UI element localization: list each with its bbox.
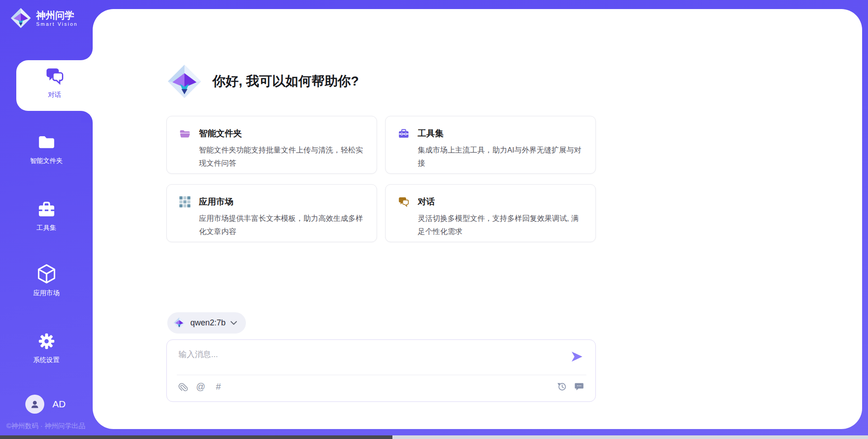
tab-curve-bottom: [81, 111, 93, 123]
card-toolset[interactable]: 工具集 集成市场上主流工具，助力AI与外界无缝扩展与对接: [385, 116, 596, 174]
card-title: 智能文件夹: [199, 128, 242, 139]
sidebar-item-label: 系统设置: [33, 356, 60, 364]
sidebar-item-toolset[interactable]: 工具集: [0, 198, 93, 232]
chat-icon: [45, 65, 65, 87]
message-input[interactable]: [178, 348, 564, 372]
card-description: 智能文件夹功能支持批量文件上传与清洗，轻松实现文件问答: [199, 143, 367, 170]
card-chat[interactable]: 对话 灵活切换多模型文件，支持多样回复效果调试, 满足个性化需求: [385, 184, 596, 242]
app-window: 神州问学 Smart Vision 对话 智能文件夹 工具集 应用市场 系: [0, 0, 868, 439]
model-selector[interactable]: qwen2:7b: [167, 312, 246, 334]
topic-button[interactable]: #: [213, 381, 224, 392]
mention-button[interactable]: @: [195, 381, 206, 392]
card-smart-folder[interactable]: 智能文件夹 智能文件夹功能支持批量文件上传与清洗，轻松实现文件问答: [166, 116, 377, 174]
send-button[interactable]: [570, 350, 584, 363]
folder-icon: [37, 131, 56, 153]
tab-curve-top: [81, 48, 93, 60]
card-description: 集成市场上主流工具，助力AI与外界无缝扩展与对接: [418, 143, 585, 170]
hash-icon: #: [216, 382, 221, 392]
feedback-button[interactable]: [574, 381, 585, 392]
avatar: [25, 395, 44, 414]
chat-bubble-icon: [574, 382, 584, 391]
user-profile[interactable]: AD: [25, 395, 66, 414]
brand: 神州问学 Smart Vision: [10, 7, 78, 29]
feature-cards: 智能文件夹 智能文件夹功能支持批量文件上传与清洗，轻松实现文件问答 工具集 集成…: [166, 116, 596, 242]
card-title: 工具集: [418, 128, 443, 139]
copyright-text: ©神州数码 · 神州问学出品: [6, 422, 85, 430]
brand-logo-icon: [10, 7, 32, 29]
composer-tools: @ #: [178, 381, 224, 392]
card-app-market[interactable]: 应用市场 应用市场提供丰富长文本模板，助力高效生成多样化文章内容: [166, 184, 377, 242]
history-icon: [557, 382, 567, 391]
brand-name: 神州问学: [36, 10, 78, 21]
sidebar-item-chat[interactable]: 对话: [16, 65, 93, 99]
greeting: 你好, 我可以如何帮助你?: [166, 63, 359, 100]
sidebar-item-label: 对话: [48, 91, 61, 99]
folder-open-icon: [179, 128, 191, 139]
card-title: 对话: [418, 196, 435, 208]
model-logo-icon: [173, 317, 185, 329]
sidebar-item-settings[interactable]: 系统设置: [0, 330, 93, 364]
composer-right-tools: [557, 381, 585, 392]
cube-icon: [36, 263, 57, 285]
card-title: 应用市场: [199, 196, 233, 208]
chat-icon: [398, 196, 410, 208]
grid-icon: [179, 196, 191, 208]
user-initials: AD: [52, 399, 66, 410]
send-icon: [570, 350, 584, 363]
message-composer: @ #: [166, 339, 596, 402]
horizontal-scrollbar-thumb[interactable]: [0, 435, 392, 439]
attach-file-button[interactable]: [178, 381, 189, 392]
card-description: 灵活切换多模型文件，支持多样回复效果调试, 满足个性化需求: [418, 212, 585, 238]
sidebar-item-label: 工具集: [37, 224, 57, 232]
assistant-logo-icon: [166, 63, 203, 100]
composer-divider: [177, 375, 586, 375]
sidebar-item-app-market[interactable]: 应用市场: [0, 263, 93, 297]
person-icon: [29, 399, 40, 410]
model-name: qwen2:7b: [190, 318, 226, 328]
gear-icon: [37, 330, 56, 352]
sidebar-item-label: 应用市场: [33, 289, 60, 297]
chevron-down-icon: [231, 321, 237, 325]
history-button[interactable]: [557, 381, 567, 392]
greeting-title: 你好, 我可以如何帮助你?: [212, 72, 359, 91]
brand-subtitle: Smart Vision: [36, 21, 78, 27]
sidebar-item-smart-folder[interactable]: 智能文件夹: [0, 131, 93, 165]
toolbox-icon: [37, 198, 57, 220]
at-icon: @: [196, 382, 205, 392]
horizontal-scrollbar-track[interactable]: [0, 435, 868, 439]
paperclip-icon: [179, 382, 188, 391]
toolbox-icon: [398, 128, 410, 139]
card-description: 应用市场提供丰富长文本模板，助力高效生成多样化文章内容: [199, 212, 367, 238]
sidebar-item-label: 智能文件夹: [30, 157, 63, 165]
